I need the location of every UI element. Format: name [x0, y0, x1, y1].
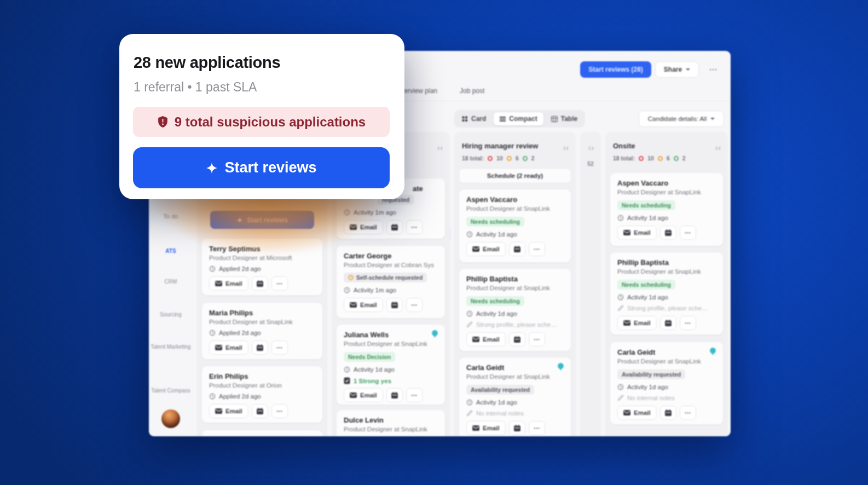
candidate-card[interactable]: Maria Philips Product Designer at SnapLi…	[201, 302, 323, 360]
calendar-button[interactable]	[252, 340, 268, 355]
tab-job-post[interactable]: Job post	[460, 87, 484, 95]
card-actions: Email ⋯	[209, 340, 315, 355]
start-reviews-column-label: Start reviews	[247, 216, 288, 224]
email-button[interactable]: Email	[209, 276, 248, 291]
user-avatar[interactable]	[161, 409, 180, 428]
envelope-icon	[623, 230, 630, 235]
email-button-label: Email	[360, 392, 377, 399]
more-button[interactable]: ⋯	[271, 404, 288, 418]
candidate-activity: Applied 2d ago	[219, 393, 261, 400]
share-button[interactable]: Share	[655, 61, 699, 78]
share-button-label: Share	[664, 66, 682, 73]
more-button[interactable]: ⋯	[529, 332, 545, 347]
calendar-button[interactable]	[252, 276, 268, 291]
shield-exclamation-icon	[157, 116, 169, 128]
green-count: 2	[531, 155, 535, 161]
candidate-card[interactable]: Terry Septimus Product Designer at Micro…	[201, 238, 323, 296]
calendar-button[interactable]	[660, 316, 676, 330]
sidebar-label-crm: CRM	[149, 278, 193, 285]
column-hiring-manager-review: Hiring manager review 18 total: 10 6 2 S…	[454, 132, 576, 436]
candidate-card[interactable]: Carla Geidt Product Designer at SnapLink…	[610, 342, 724, 425]
view-compact-button[interactable]: Compact	[493, 112, 543, 126]
envelope-icon	[472, 425, 479, 431]
calendar-button[interactable]	[660, 226, 676, 240]
more-button[interactable]: ⋯	[406, 298, 423, 312]
start-reviews-column-button[interactable]: Start reviews	[210, 211, 314, 229]
scorecard-icon	[344, 377, 350, 384]
more-button-label: ⋯	[276, 344, 283, 351]
more-button[interactable]: ⋯	[529, 421, 545, 435]
more-button[interactable]: ⋯	[406, 388, 423, 402]
column-collapsed[interactable]: 52	[580, 132, 601, 436]
email-button-label: Email	[225, 280, 242, 287]
expand-column-icon[interactable]	[588, 143, 594, 153]
email-button[interactable]: Email	[209, 340, 248, 355]
calendar-button[interactable]	[386, 298, 403, 312]
balloon-icon	[709, 348, 716, 359]
email-button[interactable]: Email	[466, 332, 506, 347]
candidate-card-partial[interactable]	[201, 430, 323, 436]
popup-title: 28 new applications	[134, 54, 280, 72]
candidate-card[interactable]: Juliana Wells Product Designer at SnapLi…	[336, 324, 445, 405]
candidate-card[interactable]: Phillip Baptista Product Designer at Sna…	[610, 252, 724, 335]
more-button[interactable]: ⋯	[271, 340, 288, 355]
more-button[interactable]: ⋯	[680, 316, 696, 330]
column-total: 18 total:	[462, 155, 484, 161]
candidate-card[interactable]: Phillip Baptista Product Designer at Sna…	[459, 268, 571, 351]
candidate-card-partial[interactable]: Dulce Levin Product Designer at SnapLink	[336, 409, 445, 436]
header-more-button[interactable]: ⋯	[705, 61, 721, 78]
tab-interview-plan[interactable]: terview plan	[402, 87, 437, 95]
calendar-button[interactable]	[509, 332, 525, 347]
candidate-activity: Activity 1m ago	[354, 287, 396, 293]
candidate-card[interactable]: Aspen Vaccaro Product Designer at SnapLi…	[459, 189, 571, 263]
candidate-name: Phillip Baptista	[617, 258, 716, 267]
new-applications-popup: 28 new applications 1 referral • 1 past …	[119, 34, 404, 199]
calendar-button[interactable]	[386, 220, 403, 234]
candidate-card[interactable]: Carter George Product Designer at Cobran…	[336, 245, 445, 319]
collapse-column-icon[interactable]	[715, 143, 721, 153]
email-button[interactable]: Email	[344, 388, 383, 402]
table-icon	[551, 116, 558, 122]
candidate-card[interactable]: Carla Geidt Product Designer at SnapLink…	[459, 357, 571, 436]
start-reviews-header-button[interactable]: Start reviews (28)	[580, 61, 651, 78]
more-button[interactable]: ⋯	[529, 242, 545, 256]
email-button[interactable]: Email	[617, 406, 657, 420]
collapse-column-icon[interactable]	[437, 143, 443, 153]
collapse-column-icon[interactable]	[563, 143, 569, 153]
view-card-button[interactable]: Card	[456, 112, 492, 126]
candidate-card[interactable]: Erin Philips Product Designer at Orion A…	[201, 366, 323, 423]
calendar-button[interactable]	[509, 421, 525, 435]
email-button[interactable]: Email	[466, 421, 506, 435]
start-reviews-cta-button[interactable]: Start reviews	[133, 147, 390, 188]
candidate-activity: Applied 2d ago	[219, 330, 261, 336]
schedule-ready-button[interactable]: Schedule (2 ready)	[459, 168, 571, 183]
calendar-button[interactable]	[252, 404, 268, 418]
email-button[interactable]: Email	[617, 226, 657, 240]
clock-icon	[617, 215, 624, 221]
clock-icon	[466, 231, 473, 238]
clock-icon	[344, 366, 350, 373]
calendar-button[interactable]	[660, 406, 676, 420]
candidate-role: Product Designer at SnapLink	[466, 373, 564, 380]
list-icon	[500, 116, 506, 122]
more-button[interactable]: ⋯	[680, 406, 696, 420]
email-button-label: Email	[360, 302, 377, 308]
calendar-button[interactable]	[509, 242, 525, 256]
email-button[interactable]: Email	[617, 316, 657, 330]
envelope-icon	[472, 246, 479, 252]
more-button[interactable]: ⋯	[406, 220, 423, 234]
email-button[interactable]: Email	[344, 298, 383, 312]
email-button[interactable]: Email	[344, 220, 383, 234]
more-button[interactable]: ⋯	[680, 226, 696, 240]
calendar-icon	[665, 229, 672, 236]
candidate-card[interactable]: Aspen Vaccaro Product Designer at SnapLi…	[610, 172, 724, 246]
calendar-button[interactable]	[386, 388, 403, 402]
email-button[interactable]: Email	[466, 242, 506, 256]
email-button[interactable]: Email	[209, 404, 248, 418]
candidate-details-filter[interactable]: Candidate details: All	[639, 111, 724, 127]
more-button[interactable]: ⋯	[271, 276, 288, 291]
status-badge: Availability requested	[617, 369, 685, 379]
candidate-name: Maria Philips	[209, 309, 315, 317]
view-table-button[interactable]: Table	[545, 112, 583, 126]
clock-icon	[617, 384, 624, 390]
